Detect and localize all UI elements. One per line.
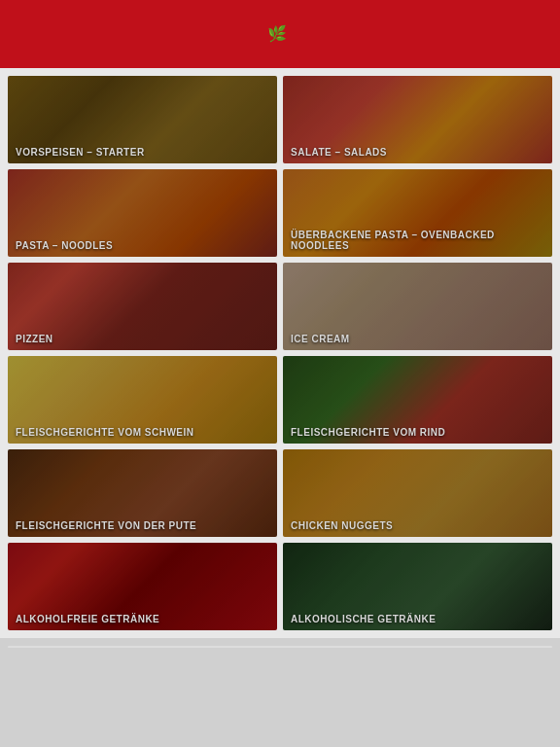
menu-item-nuggets[interactable]: CHICKEN NUGGETS — [283, 449, 552, 537]
menu-item-pasta[interactable]: PASTA – NOODLES — [8, 169, 277, 257]
app-header: 🌿 — [0, 0, 560, 68]
menu-item-salate[interactable]: SALATE – SALADS — [283, 76, 552, 163]
menu-item-label-alkoholisch: ALKOHOLISCHE GETRÄNKE — [283, 608, 552, 630]
menu-item-label-icecream: ICE CREAM — [283, 328, 552, 350]
menu-item-schwein[interactable]: FLEISCHGERICHTE VOM SCHWEIN — [8, 356, 277, 444]
menu-item-label-salate: SALATE – SALADS — [283, 141, 552, 163]
brand-logo: 🌿 — [267, 24, 293, 43]
menu-item-alkoholisch[interactable]: ALKOHOLISCHE GETRÄNKE — [283, 543, 552, 630]
menu-item-pizzen[interactable]: PIZZEN — [8, 263, 277, 350]
logo-leaf-icon: 🌿 — [267, 24, 289, 43]
menu-item-pute[interactable]: FLEISCHGERICHTE VON DER PUTE — [8, 449, 277, 537]
menu-item-label-alkoholfrei: ALKOHOLFREIE GETRÄNKE — [8, 608, 277, 630]
menu-item-icecream[interactable]: ICE CREAM — [283, 263, 552, 350]
menu-item-label-ueberbackene: ÜBERBACKENE PASTA – OVENBACKED NOODLEES — [283, 224, 552, 257]
menu-item-vorspeisen[interactable]: VORSPEISEN – STARTER — [8, 76, 277, 163]
menu-item-label-pasta: PASTA – NOODLES — [8, 234, 277, 257]
menu-item-alkoholfrei[interactable]: ALKOHOLFREIE GETRÄNKE — [8, 543, 277, 630]
menu-grid: VORSPEISEN – STARTERSALATE – SALADSPASTA… — [8, 76, 552, 630]
menu-item-label-schwein: FLEISCHGERICHTE VOM SCHWEIN — [8, 421, 277, 444]
menu-item-rind[interactable]: FLEISCHGERICHTE VOM RIND — [283, 356, 552, 444]
menu-item-label-pizzen: PIZZEN — [8, 328, 277, 350]
menu-item-label-nuggets: CHICKEN NUGGETS — [283, 515, 552, 537]
menu-item-label-vorspeisen: VORSPEISEN – STARTER — [8, 141, 277, 163]
menu-item-ueberbackene[interactable]: ÜBERBACKENE PASTA – OVENBACKED NOODLEES — [283, 169, 552, 257]
logo-area: 🌿 — [267, 24, 293, 45]
main-content: VORSPEISEN – STARTERSALATE – SALADSPASTA… — [0, 68, 560, 638]
menu-item-label-pute: FLEISCHGERICHTE VON DER PUTE — [8, 515, 277, 537]
menu-item-label-rind: FLEISCHGERICHTE VOM RIND — [283, 421, 552, 444]
footer-links — [8, 646, 552, 648]
